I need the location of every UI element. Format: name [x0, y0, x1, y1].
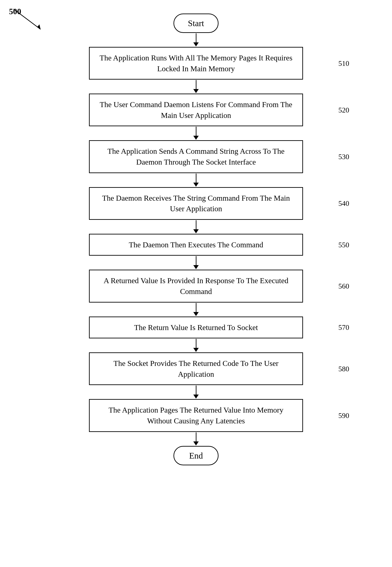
step-550-wrapper: The Daemon Then Executes The Command 550: [72, 234, 320, 256]
step-570-wrapper: The Return Value Is Returned To Socket 5…: [72, 317, 320, 339]
step-530-ref: 530: [338, 152, 349, 161]
arrow-0: [193, 33, 199, 46]
step-550-ref: 550: [338, 241, 349, 249]
arrow-7: [193, 339, 199, 352]
step-570-box: The Return Value Is Returned To Socket: [89, 317, 303, 339]
step-540-box: The Daemon Receives The String Command F…: [89, 187, 303, 220]
arrow-6: [193, 303, 199, 316]
step-560-ref: 560: [338, 282, 349, 290]
step-560-box: A Returned Value Is Provided In Response…: [89, 270, 303, 302]
step-580-ref: 580: [338, 364, 349, 373]
svg-marker-1: [37, 24, 41, 29]
arrow-1: [193, 80, 199, 93]
start-oval: Start: [173, 14, 219, 33]
step-510-ref: 510: [338, 59, 349, 67]
step-550-box: The Daemon Then Executes The Command: [89, 234, 303, 256]
step-590-ref: 590: [338, 411, 349, 420]
page: 500 Start The Application Runs With All …: [0, 0, 392, 567]
step-590-box: The Application Pages The Returned Value…: [89, 399, 303, 432]
diagram-container: Start The Application Runs With All The …: [72, 14, 320, 465]
figure-arrow: [11, 7, 47, 34]
step-580-wrapper: The Socket Provides The Returned Code To…: [72, 352, 320, 385]
arrow-9: [193, 432, 199, 446]
step-520-wrapper: The User Command Daemon Listens For Comm…: [72, 94, 320, 126]
arrow-5: [193, 256, 199, 269]
step-530-box: The Application Sends A Command String A…: [89, 140, 303, 173]
arrow-3: [193, 174, 199, 187]
arrow-8: [193, 386, 199, 399]
step-510-wrapper: The Application Runs With All The Memory…: [72, 47, 320, 80]
step-580-box: The Socket Provides The Returned Code To…: [89, 352, 303, 385]
end-oval: End: [173, 446, 219, 465]
step-530-wrapper: The Application Sends A Command String A…: [72, 140, 320, 173]
svg-line-0: [14, 9, 41, 29]
arrow-2: [193, 127, 199, 140]
step-540-ref: 540: [338, 199, 349, 208]
end-wrapper: End: [72, 446, 320, 465]
step-570-ref: 570: [338, 323, 349, 332]
arrow-4: [193, 220, 199, 233]
step-520-box: The User Command Daemon Listens For Comm…: [89, 94, 303, 126]
step-560-wrapper: A Returned Value Is Provided In Response…: [72, 270, 320, 302]
step-520-ref: 520: [338, 106, 349, 114]
start-wrapper: Start: [72, 14, 320, 33]
step-510-box: The Application Runs With All The Memory…: [89, 47, 303, 80]
step-590-wrapper: The Application Pages The Returned Value…: [72, 399, 320, 432]
step-540-wrapper: The Daemon Receives The String Command F…: [72, 187, 320, 220]
